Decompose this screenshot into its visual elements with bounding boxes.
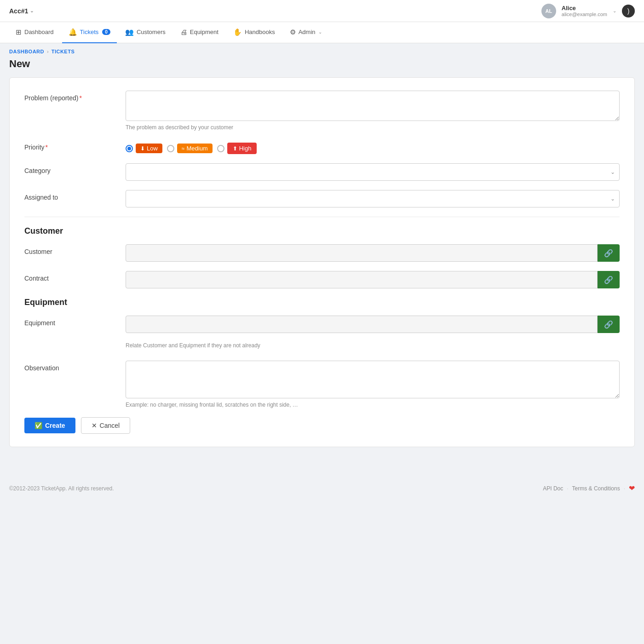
nav-label-tickets: Tickets — [80, 29, 99, 35]
equipment-link-button[interactable]: 🔗 — [598, 316, 620, 333]
priority-row: Priority* ⬇ Low ≈ Medium — [24, 140, 620, 154]
footer-api-doc[interactable]: API Doc — [543, 485, 563, 492]
priority-high-radio[interactable] — [217, 145, 224, 152]
account-name: Acc#1 — [9, 7, 28, 15]
form-actions: ✅ Create ✕ Cancel — [24, 417, 620, 434]
priority-medium-option[interactable]: ≈ Medium — [167, 144, 213, 153]
breadcrumb-dashboard[interactable]: DASHBOARD — [9, 49, 44, 54]
assigned-select[interactable] — [126, 190, 620, 207]
equipment-section-title: Equipment — [24, 298, 620, 307]
problem-row: Problem (reported)* The problem as descr… — [24, 91, 620, 131]
observation-label: Observation — [24, 361, 126, 372]
low-icon: ⬇ — [140, 145, 145, 152]
dark-mode-toggle[interactable]: ) — [622, 5, 635, 17]
equipment-input-wrap: 🔗 — [126, 316, 620, 333]
create-button[interactable]: ✅ Create — [24, 418, 75, 433]
handbooks-icon: ✋ — [233, 28, 242, 36]
assigned-row: Assigned to ⌄ — [24, 190, 620, 207]
nav-item-equipment[interactable]: 🖨 Equipment — [174, 22, 225, 43]
admin-chevron: ⌄ — [318, 29, 322, 34]
nav-item-customers[interactable]: 👥 Customers — [119, 22, 172, 43]
nav-item-admin[interactable]: ⚙ Admin ⌄ — [283, 22, 328, 43]
cancel-button[interactable]: ✕ Cancel — [81, 417, 131, 434]
breadcrumb-separator: › — [47, 49, 49, 54]
nav-label-customers: Customers — [137, 29, 166, 35]
problem-control: The problem as described by your custome… — [126, 91, 620, 131]
contract-label: Contract — [24, 271, 126, 282]
nav-label-handbooks: Handbooks — [245, 29, 275, 35]
tickets-badge: 0 — [102, 29, 110, 35]
footer-sep-2: · — [624, 485, 625, 492]
observation-control: Example: no charger, missing frontal lid… — [126, 361, 620, 408]
priority-medium-badge: ≈ Medium — [177, 144, 213, 153]
customer-field-label: Customer — [24, 244, 126, 255]
problem-textarea[interactable] — [126, 91, 620, 121]
assigned-label: Assigned to — [24, 190, 126, 201]
priority-high-option[interactable]: ⬆ High — [217, 143, 257, 154]
account-selector[interactable]: Acc#1 ⌄ — [9, 7, 34, 15]
observation-hint-control: Relate Customer and Equipment if they ar… — [126, 342, 620, 351]
footer-copyright: ©2012-2023 TicketApp. All rights reserve… — [9, 485, 114, 492]
topbar-right: AL Alice alice@example.com ⌄ ) — [541, 4, 635, 18]
category-select[interactable] — [126, 163, 620, 181]
nav-item-tickets[interactable]: 🔔 Tickets 0 — [62, 22, 117, 43]
contract-field-control: 🔗 — [126, 271, 620, 288]
category-label: Category — [24, 163, 126, 174]
equipment-field-control: 🔗 — [126, 316, 620, 333]
admin-icon: ⚙ — [290, 28, 296, 36]
footer-sep-1: · — [567, 485, 568, 492]
assigned-select-wrap: ⌄ — [126, 190, 620, 207]
customer-field-control: 🔗 — [126, 244, 620, 262]
priority-low-radio[interactable] — [126, 145, 133, 152]
observation-hint-row: Relate Customer and Equipment if they ar… — [24, 342, 620, 351]
footer: ©2012-2023 TicketApp. All rights reserve… — [0, 466, 644, 502]
customer-section-title: Customer — [24, 226, 620, 236]
priority-low-option[interactable]: ⬇ Low — [126, 144, 162, 153]
assigned-control: ⌄ — [126, 190, 620, 207]
section-divider-customer — [24, 217, 620, 217]
nav-item-dashboard[interactable]: ⊞ Dashboard — [9, 22, 60, 43]
equipment-link-icon: 🔗 — [604, 320, 613, 329]
customer-input[interactable] — [126, 244, 598, 262]
contract-link-button[interactable]: 🔗 — [598, 271, 620, 288]
tickets-icon: 🔔 — [69, 28, 77, 36]
create-check-icon: ✅ — [34, 422, 42, 429]
page-title: New — [0, 56, 644, 77]
customer-row: Customer 🔗 — [24, 244, 620, 262]
contract-input[interactable] — [126, 271, 598, 288]
navbar: ⊞ Dashboard 🔔 Tickets 0 👥 Customers 🖨 Eq… — [0, 22, 644, 43]
user-name: Alice — [562, 5, 607, 12]
equipment-icon: 🖨 — [180, 28, 187, 36]
customers-icon: 👥 — [125, 28, 134, 36]
customer-link-button[interactable]: 🔗 — [598, 244, 620, 262]
category-row: Category ⌄ — [24, 163, 620, 181]
high-icon: ⬆ — [233, 145, 237, 152]
observation-textarea[interactable] — [126, 361, 620, 398]
observation-hint-text: Relate Customer and Equipment if they ar… — [126, 342, 620, 349]
problem-hint: The problem as described by your custome… — [126, 124, 620, 131]
nav-label-equipment: Equipment — [190, 29, 218, 35]
footer-terms[interactable]: Terms & Conditions — [572, 485, 620, 492]
nav-item-handbooks[interactable]: ✋ Handbooks — [227, 22, 282, 43]
user-chevron[interactable]: ⌄ — [613, 8, 616, 13]
observation-row: Observation Example: no charger, missing… — [24, 361, 620, 408]
equipment-field-label: Equipment — [24, 316, 126, 327]
priority-medium-radio[interactable] — [167, 145, 174, 152]
customer-link-icon: 🔗 — [604, 249, 613, 258]
contract-link-icon: 🔗 — [604, 276, 613, 284]
priority-low-badge: ⬇ Low — [136, 144, 162, 153]
priority-required: * — [46, 144, 48, 151]
account-chevron: ⌄ — [30, 8, 34, 13]
breadcrumb-tickets: TICKETS — [52, 49, 75, 54]
category-control: ⌄ — [126, 163, 620, 181]
nav-label-dashboard: Dashboard — [24, 29, 54, 35]
category-select-wrap: ⌄ — [126, 163, 620, 181]
customer-input-wrap: 🔗 — [126, 244, 620, 262]
form-card: Problem (reported)* The problem as descr… — [9, 77, 635, 447]
medium-icon: ≈ — [182, 145, 185, 152]
avatar: AL — [541, 4, 556, 18]
problem-required: * — [80, 94, 82, 102]
priority-high-badge: ⬆ High — [227, 143, 257, 154]
contract-row: Contract 🔗 — [24, 271, 620, 288]
equipment-input[interactable] — [126, 316, 598, 333]
